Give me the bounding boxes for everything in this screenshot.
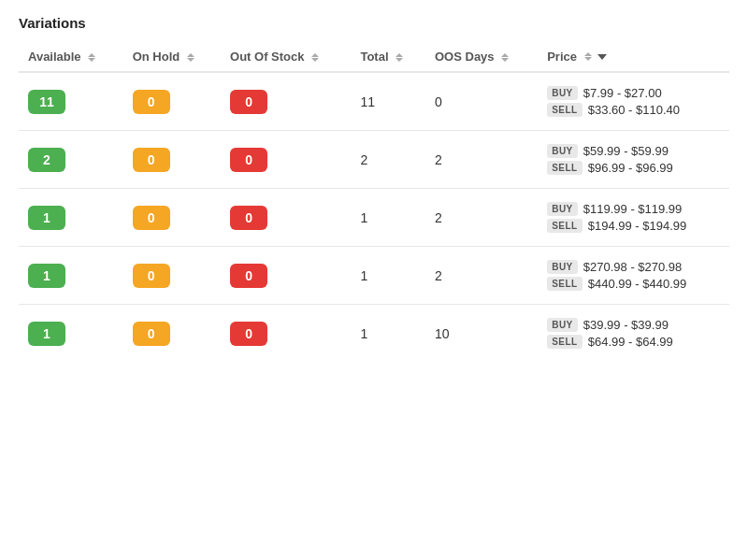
sell-price-value: $194.99 - $194.99 [588,219,687,233]
sort-out-of-stock-icon[interactable] [311,53,319,62]
oos-days-value: 2 [435,210,442,225]
on-hold-badge: 0 [133,206,170,230]
sort-total-icon[interactable] [396,53,403,62]
cell-price: BUY$270.98 - $270.98SELL$440.99 - $440.9… [538,247,729,305]
price-block: BUY$270.98 - $270.98SELL$440.99 - $440.9… [547,260,720,291]
table-row: 20022BUY$59.99 - $59.99SELL$96.99 - $96.… [19,131,729,189]
buy-price-row: BUY$59.99 - $59.99 [547,144,669,158]
price-block: BUY$39.99 - $39.99SELL$64.99 - $64.99 [547,318,720,349]
available-badge: 11 [28,90,65,114]
sell-price-row: SELL$96.99 - $96.99 [547,161,673,175]
cell-on-hold: 0 [123,72,221,131]
buy-label: BUY [547,318,578,332]
oos-days-value: 10 [435,326,450,341]
cell-on-hold: 0 [123,247,221,305]
out-of-stock-badge: 0 [230,322,267,346]
buy-price-value: $119.99 - $119.99 [583,202,683,216]
sell-price-value: $96.99 - $96.99 [588,161,673,175]
buy-price-value: $59.99 - $59.99 [583,144,669,158]
table-body: 1100110BUY$7.99 - $27.00SELL$33.60 - $11… [19,72,729,362]
cell-oos-days: 0 [425,72,538,131]
buy-price-row: BUY$7.99 - $27.00 [547,86,661,100]
sell-price-row: SELL$440.99 - $440.99 [547,277,686,291]
col-available[interactable]: Available [19,42,123,72]
price-dropdown-icon[interactable] [597,54,607,60]
available-badge: 1 [28,264,65,288]
cell-out-of-stock: 0 [221,305,351,363]
cell-available: 1 [19,247,123,305]
out-of-stock-badge: 0 [230,148,267,172]
cell-out-of-stock: 0 [221,72,351,131]
table-row: 100110BUY$39.99 - $39.99SELL$64.99 - $64… [19,305,729,363]
sort-price-icon[interactable] [584,52,592,61]
sell-label: SELL [547,335,583,349]
cell-price: BUY$59.99 - $59.99SELL$96.99 - $96.99 [538,131,729,189]
cell-total: 1 [351,189,425,247]
sort-on-hold-icon[interactable] [187,53,194,62]
cell-oos-days: 2 [425,247,538,305]
sell-label: SELL [547,219,583,233]
buy-label: BUY [547,86,578,100]
cell-available: 1 [19,189,123,247]
sort-available-icon[interactable] [88,53,95,62]
buy-label: BUY [547,260,578,274]
sell-price-value: $64.99 - $64.99 [588,335,673,349]
col-total[interactable]: Total [351,42,425,72]
cell-on-hold: 0 [123,189,221,247]
cell-price: BUY$119.99 - $119.99SELL$194.99 - $194.9… [538,189,729,247]
cell-oos-days: 2 [425,131,538,189]
total-value: 1 [360,268,367,283]
col-price[interactable]: Price [538,42,729,72]
col-out-of-stock[interactable]: Out Of Stock [221,42,351,72]
buy-price-row: BUY$119.99 - $119.99 [547,202,682,216]
col-out-of-stock-label: Out Of Stock [230,50,304,64]
buy-price-row: BUY$270.98 - $270.98 [547,260,682,274]
col-on-hold-label: On Hold [133,50,180,64]
total-value: 2 [360,152,367,167]
total-value: 1 [360,326,367,341]
buy-label: BUY [547,202,578,216]
on-hold-badge: 0 [133,322,170,346]
cell-price: BUY$39.99 - $39.99SELL$64.99 - $64.99 [538,305,729,363]
buy-price-value: $270.98 - $270.98 [583,260,683,274]
cell-out-of-stock: 0 [221,189,351,247]
cell-on-hold: 0 [123,131,221,189]
cell-price: BUY$7.99 - $27.00SELL$33.60 - $110.40 [538,72,729,131]
col-oos-days[interactable]: OOS Days [425,42,538,72]
table-row: 1100110BUY$7.99 - $27.00SELL$33.60 - $11… [19,72,729,131]
sell-price-row: SELL$194.99 - $194.99 [547,219,686,233]
cell-available: 11 [19,72,123,131]
oos-days-value: 0 [435,94,442,109]
variations-table: Available On Hold Out Of Stock [19,42,729,362]
col-on-hold[interactable]: On Hold [123,42,221,72]
table-header-row: Available On Hold Out Of Stock [19,42,729,72]
col-available-label: Available [28,50,81,64]
cell-total: 2 [351,131,425,189]
sort-oos-days-icon[interactable] [501,53,509,62]
section-title: Variations [19,15,729,31]
out-of-stock-badge: 0 [230,90,267,114]
out-of-stock-badge: 0 [230,206,267,230]
buy-label: BUY [547,144,578,158]
sell-label: SELL [547,161,583,175]
price-block: BUY$59.99 - $59.99SELL$96.99 - $96.99 [547,144,720,175]
price-block: BUY$119.99 - $119.99SELL$194.99 - $194.9… [547,202,720,233]
cell-out-of-stock: 0 [221,131,351,189]
cell-total: 1 [351,247,425,305]
sell-price-value: $440.99 - $440.99 [588,277,687,291]
table-row: 10012BUY$270.98 - $270.98SELL$440.99 - $… [19,247,729,305]
cell-available: 2 [19,131,123,189]
out-of-stock-badge: 0 [230,264,267,288]
price-block: BUY$7.99 - $27.00SELL$33.60 - $110.40 [547,86,720,117]
on-hold-badge: 0 [133,90,170,114]
cell-total: 1 [351,305,425,363]
sell-price-value: $33.60 - $110.40 [588,103,680,117]
oos-days-value: 2 [435,268,442,283]
oos-days-value: 2 [435,152,442,167]
cell-total: 11 [351,72,425,131]
cell-out-of-stock: 0 [221,247,351,305]
sell-price-row: SELL$64.99 - $64.99 [547,335,673,349]
cell-available: 1 [19,305,123,363]
on-hold-badge: 0 [133,264,170,288]
sell-label: SELL [547,277,583,291]
